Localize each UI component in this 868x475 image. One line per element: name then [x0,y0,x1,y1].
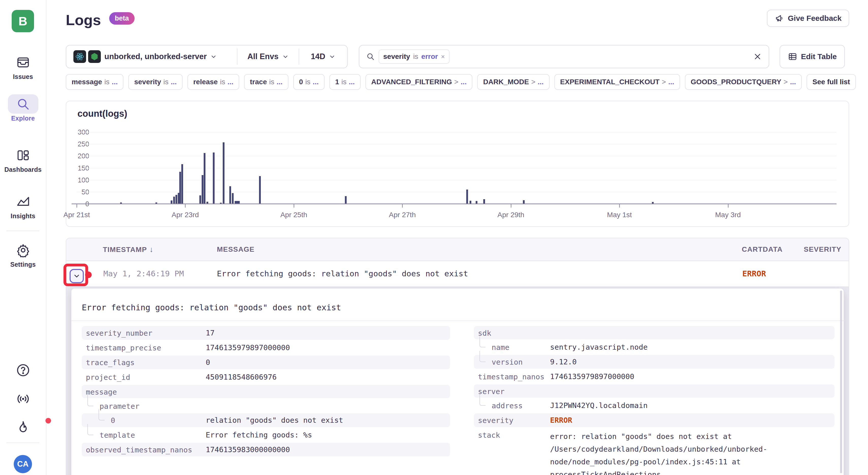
chip-goods_productquery[interactable]: GOODS_PRODUCTQUERY>... [685,74,802,90]
log-count-bar [232,193,234,203]
token-value: error [421,53,438,61]
sidebar-tool-broadcast[interactable] [0,392,46,407]
chip-see-full-list[interactable]: See full list [807,74,856,90]
chip-advanced_filtering[interactable]: ADVANCED_FILTERING>... [366,74,473,90]
sidebar-item-explore[interactable]: Explore [0,94,46,122]
table-row[interactable]: May 1, 2:46:19 PM Error fetching goods: … [66,261,849,287]
chip-0[interactable]: 0is... [293,74,324,90]
clear-search-icon[interactable] [753,52,762,61]
chip-value-placeholder: ... [313,78,318,86]
chip-trace[interactable]: traceis... [244,74,288,90]
log-count-bar [523,200,525,203]
attribute-value: 17 [206,326,450,340]
log-detail-panel: Error fetching goods: relation "goods" d… [71,288,844,475]
table-header: TIMESTAMP↓ MESSAGE CARTDATA SEVERITY [66,238,849,261]
table-icon [788,52,797,61]
gridline-50 [77,192,837,192]
logs-count-chart: count(logs) 050100150200250300 Apr 21stA… [66,101,849,227]
date-range-selector[interactable]: 14D [299,45,347,68]
attribute-key: severity [478,416,514,425]
sidebar-item-dashboards[interactable]: Dashboards [0,146,46,173]
edit-table-button[interactable]: Edit Table [780,45,845,68]
environment-selector-label: All Envs [247,52,278,61]
project-selector[interactable]: unborked, unborked-server [66,45,237,68]
sidebar-item-settings[interactable]: Settings [0,241,46,268]
chip-operator: is [269,78,274,86]
chart-plot-area [77,132,837,204]
collapse-row-button[interactable] [70,269,84,283]
log-count-bar [173,197,175,203]
attribute-row-timestamp_nanos: timestamp_nanos1746135979897000000 [474,370,835,383]
attribute-key: version [492,358,523,366]
sidebar-item-label: Dashboards [0,166,46,173]
attribute-row-template: templateError fetching goods: %s [82,428,450,442]
issues-icon [8,53,38,72]
megaphone-icon [775,13,784,23]
log-count-bar [238,201,240,203]
attribute-row-version: version9.12.0 [474,355,835,369]
column-header-cartdata[interactable]: CARTDATA [742,238,783,261]
detail-divider [71,320,844,321]
chip-operator: is [163,78,168,86]
chevron-down-icon [329,53,336,60]
give-feedback-button[interactable]: Give Feedback [767,10,849,27]
attribute-row-server: server [474,384,835,398]
column-header-severity[interactable]: SEVERITY [804,238,841,261]
chip-dark_mode[interactable]: DARK_MODE>... [477,74,549,90]
token-remove-icon[interactable]: × [441,53,445,61]
row-severity: ERROR [742,261,766,286]
attribute-key: timestamp_precise [86,344,161,352]
chip-release[interactable]: releaseis... [187,74,239,90]
attribute-value: J12PWN42YQ.localdomain [550,399,835,412]
edit-table-label: Edit Table [801,52,837,61]
x-tick-label: Apr 29th [497,211,524,219]
chip-value-placeholder: ... [461,78,466,86]
sidebar-divider-bottom [6,443,39,443]
sidebar-tool-onboarding[interactable] [0,420,46,436]
row-timestamp: May 1, 2:46:19 PM [103,261,184,286]
chip-severity[interactable]: severityis... [128,74,182,90]
org-logo-letter: B [19,14,27,28]
org-logo[interactable]: B [12,10,34,32]
attributes-column-right: sdknamesentry.javascript.nodeversion9.12… [474,326,835,475]
chip-key: severity [134,78,161,86]
attribute-chips-row: messageis...severityis...releaseis...tra… [66,74,868,90]
sidebar-item-label: Settings [0,261,46,268]
chip-message[interactable]: messageis... [66,74,123,90]
sidebar-divider [6,231,39,231]
avatar[interactable]: CA [14,455,32,473]
chip-key: GOODS_PRODUCTQUERY [691,78,781,86]
flame-icon [16,420,30,436]
search-input[interactable]: severity is error × [359,45,769,68]
log-count-bar [229,186,231,203]
chip-key: 0 [299,78,303,86]
chip-key: EXPERIMENTAL_CHECKOUT [560,78,660,86]
detail-scrollbar[interactable] [840,291,842,473]
chip-operator: is [341,78,346,86]
sidebar-item-insights[interactable]: Insights [0,192,46,220]
chip-experimental_checkout[interactable]: EXPERIMENTAL_CHECKOUT>... [554,74,680,90]
chip-1[interactable]: 1is... [329,74,361,90]
sidebar-item-issues[interactable]: Issues [0,53,46,80]
attribute-key: project_id [86,373,130,382]
attribute-value: 9.12.0 [550,355,835,369]
log-count-bar [176,195,177,203]
log-count-bar [483,199,485,203]
x-tick-mark [402,204,403,208]
help-icon [16,363,30,379]
sidebar-tool-help[interactable] [0,363,46,379]
attribute-key: name [492,343,509,352]
settings-icon [8,241,38,260]
beta-badge: beta [109,12,134,25]
tree-connector [87,395,93,406]
page-filter-bar: unborked, unborked-server All Envs 14D [66,45,348,68]
column-header-timestamp[interactable]: TIMESTAMP↓ [103,238,154,261]
chip-key: 1 [335,78,339,86]
token-key: severity [383,53,410,61]
x-tick-mark [76,204,77,208]
search-token-severity[interactable]: severity is error × [379,49,450,64]
chart-title: count(logs) [78,108,127,119]
chip-key: trace [250,78,267,86]
environment-selector[interactable]: All Envs [238,45,299,68]
column-header-message[interactable]: MESSAGE [217,238,254,261]
